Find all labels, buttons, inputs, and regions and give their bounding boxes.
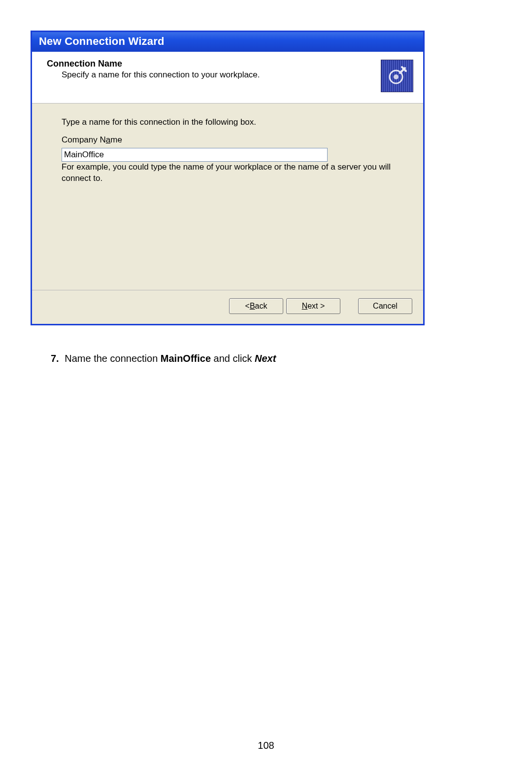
- instruction-step: 7. Name the connection MainOffice and cl…: [51, 353, 474, 364]
- cancel-button[interactable]: Cancel: [358, 298, 412, 314]
- hint-text: For example, you could type the name of …: [62, 162, 397, 184]
- dialog-body: Type a name for this connection in the f…: [32, 104, 423, 290]
- instruction-text: Type a name for this connection in the f…: [62, 117, 408, 127]
- next-button[interactable]: Next >: [286, 298, 340, 314]
- page-number: 108: [0, 740, 532, 751]
- document-page: New Connection Wizard Connection Name Sp…: [0, 0, 532, 771]
- company-name-input[interactable]: [62, 148, 328, 162]
- step-text: 7. Name the connection MainOffice and cl…: [51, 353, 474, 364]
- company-name-label: Company Name: [62, 135, 408, 145]
- dialog-header: Connection Name Specify a name for this …: [32, 52, 423, 104]
- back-button[interactable]: < Back: [229, 298, 283, 314]
- header-subtitle: Specify a name for this connection to yo…: [62, 70, 415, 80]
- button-row: < Back Next > Cancel: [32, 290, 423, 324]
- svg-point-1: [394, 74, 399, 79]
- dialog-title: New Connection Wizard: [32, 32, 423, 52]
- connection-icon: [381, 60, 413, 92]
- wizard-dialog: New Connection Wizard Connection Name Sp…: [31, 31, 425, 325]
- header-title: Connection Name: [47, 59, 415, 69]
